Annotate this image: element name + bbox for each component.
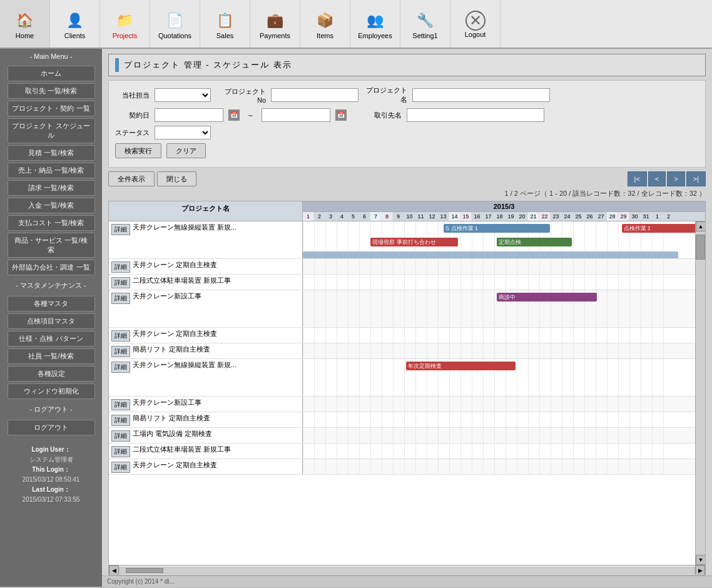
proj-name-input[interactable] — [412, 88, 550, 102]
vscroll-thumb[interactable] — [696, 235, 705, 260]
sidebar-item-products[interactable]: 商品・サービス 一覧/検索 — [8, 233, 95, 258]
detail-button-8[interactable]: 詳細 — [111, 399, 130, 410]
sidebar-item-settings[interactable]: 各種設定 — [8, 366, 95, 382]
gantt-day-cell: 27 — [596, 212, 607, 221]
col-grid-line — [382, 412, 382, 427]
detail-button-9[interactable]: 詳細 — [111, 415, 130, 426]
vscroll-down[interactable]: ▼ — [696, 555, 705, 565]
col-grid-line — [551, 275, 551, 290]
col-grid-line — [596, 259, 596, 274]
sidebar-item-invoice[interactable]: 請求 一覧/検索 — [8, 180, 95, 196]
sidebar-item-home[interactable]: ホーム — [8, 66, 95, 81]
status-select[interactable] — [155, 126, 211, 139]
nav-item-sales[interactable]: 📋Sales — [200, 0, 250, 48]
sidebar-item-clients[interactable]: 取引先 一覧/検索 — [8, 83, 95, 99]
nav-item-items[interactable]: 📦Items — [300, 0, 350, 48]
sidebar-item-inspection[interactable]: 点検項目マスタ — [8, 313, 95, 329]
detail-button-4[interactable]: 詳細 — [111, 293, 130, 304]
detail-button-6[interactable]: 詳細 — [111, 346, 130, 357]
hscroll-left[interactable]: ◀ — [109, 565, 119, 575]
next-page-button[interactable]: > — [667, 171, 684, 186]
row-name-cell-8: 詳細天井クレーン新設工事 — [109, 397, 303, 412]
col-grid-line — [506, 444, 506, 459]
detail-button-11[interactable]: 詳細 — [111, 446, 130, 457]
detail-button-3[interactable]: 詳細 — [111, 277, 130, 288]
detail-button-12[interactable]: 詳細 — [111, 462, 130, 473]
gantt-hscrollbar[interactable]: ◀ ▶ — [109, 565, 705, 575]
gantt-vscrollbar[interactable]: ▲ ▼ — [695, 221, 705, 565]
sidebar-item-cost[interactable]: 支払コスト 一覧/検索 — [8, 215, 95, 231]
nav-item-employees[interactable]: 👥Employees — [350, 0, 400, 48]
col-grid-line — [618, 328, 619, 343]
proj-no-input[interactable] — [271, 88, 359, 102]
contract-date-from[interactable] — [155, 108, 223, 122]
login-user-label: Login User： — [31, 446, 70, 453]
col-grid-line — [539, 259, 540, 274]
detail-button-10[interactable]: 詳細 — [111, 430, 130, 442]
col-grid-line — [607, 275, 608, 290]
col-grid-line — [382, 259, 382, 274]
col-grid-line — [472, 428, 472, 443]
col-grid-line — [314, 428, 315, 443]
sidebar-item-master[interactable]: 各種マスタ — [8, 296, 95, 312]
sidebar-item-proj-schedule[interactable]: プロジェクト スケジュール — [8, 118, 95, 143]
client-name-input[interactable] — [407, 108, 544, 122]
nav-item-clients[interactable]: 👤Clients — [50, 0, 100, 48]
detail-button-1[interactable]: 詳細 — [111, 224, 130, 235]
first-page-button[interactable]: |< — [628, 171, 647, 186]
last-page-button[interactable]: >| — [686, 171, 706, 186]
col-grid-line — [641, 359, 641, 396]
cal-icon-from[interactable]: 📅 — [228, 109, 240, 121]
gantt-day-cell: 12 — [427, 212, 438, 221]
search-button[interactable]: 検索実行 — [115, 143, 161, 158]
prev-page-button[interactable]: < — [648, 171, 666, 186]
vscroll-up[interactable]: ▲ — [696, 221, 705, 231]
sidebar-item-staff[interactable]: 社員 一覧/検索 — [8, 348, 95, 364]
sidebar-item-window-reset[interactable]: ウィンドウ初期化 — [8, 383, 95, 399]
nav-item-quotations[interactable]: 📄Quotations — [150, 0, 200, 48]
nav-item-setting1[interactable]: 🔧Setting1 — [400, 0, 450, 48]
logout-icon: ✕ — [465, 11, 486, 31]
col-grid-line — [427, 397, 427, 412]
sidebar-item-proj-contract[interactable]: プロジェクト・契約 一覧 — [8, 101, 95, 116]
sidebar-item-spec-pattern[interactable]: 仕様・点検 パターン — [8, 331, 95, 347]
nav-item-home[interactable]: 🏠Home — [0, 0, 50, 48]
vscroll-track[interactable] — [696, 231, 705, 555]
row-name-cell-12: 詳細天井クレーン 定期自主検査 — [109, 459, 303, 474]
nav-item-payments[interactable]: 💼Payments — [250, 0, 300, 48]
col-grid-line — [506, 397, 506, 412]
contract-date-to[interactable] — [262, 108, 330, 122]
close-button[interactable]: 閉じる — [157, 171, 196, 186]
detail-button-7[interactable]: 詳細 — [111, 362, 130, 373]
sidebar-item-payment[interactable]: 入金 一覧/検索 — [8, 198, 95, 213]
hscroll-right[interactable]: ▶ — [695, 565, 705, 575]
detail-button-2[interactable]: 詳細 — [111, 261, 130, 273]
detail-button-5[interactable]: 詳細 — [111, 330, 130, 342]
nav-item-logout[interactable]: ✕Logout — [450, 0, 501, 48]
col-grid-line — [618, 412, 619, 427]
col-grid-line — [303, 290, 303, 327]
table-row: 詳細工場内 電気設備 定期検査 — [109, 428, 695, 444]
cal-icon-to[interactable]: 📅 — [335, 109, 347, 121]
col-grid-line — [629, 444, 630, 459]
col-grid-line — [483, 397, 484, 412]
sidebar-item-partners[interactable]: 外部協力会社・調達 一覧 — [8, 260, 95, 275]
show-all-button[interactable]: 全件表示 — [108, 171, 155, 186]
sidebar-item-estimate[interactable]: 見積 一覧/検索 — [8, 145, 95, 161]
tanto-select[interactable] — [155, 88, 211, 102]
hscroll-thumb[interactable] — [126, 568, 163, 573]
col-grid-line — [370, 343, 371, 358]
hscroll-track[interactable] — [119, 567, 695, 574]
gantt-day-cell: 29 — [618, 212, 629, 221]
col-grid-line — [618, 343, 619, 358]
clear-button[interactable]: クリア — [166, 143, 206, 158]
sidebar: - Main Menu -ホーム取引先 一覧/検索プロジェクト・契約 一覧プロジ… — [0, 49, 102, 587]
col-grid-line — [359, 444, 360, 459]
col-grid-line — [573, 397, 574, 412]
sidebar-item-logout[interactable]: ログアウト — [8, 420, 95, 435]
sidebar-item-sales[interactable]: 売上・納品 一覧/検索 — [8, 163, 95, 178]
nav-item-projects[interactable]: 📁Projects — [100, 0, 150, 48]
col-grid-line — [325, 412, 326, 427]
col-grid-line — [483, 259, 484, 274]
table-row: 詳細簡易リフト 定期自主検査 — [109, 412, 695, 428]
